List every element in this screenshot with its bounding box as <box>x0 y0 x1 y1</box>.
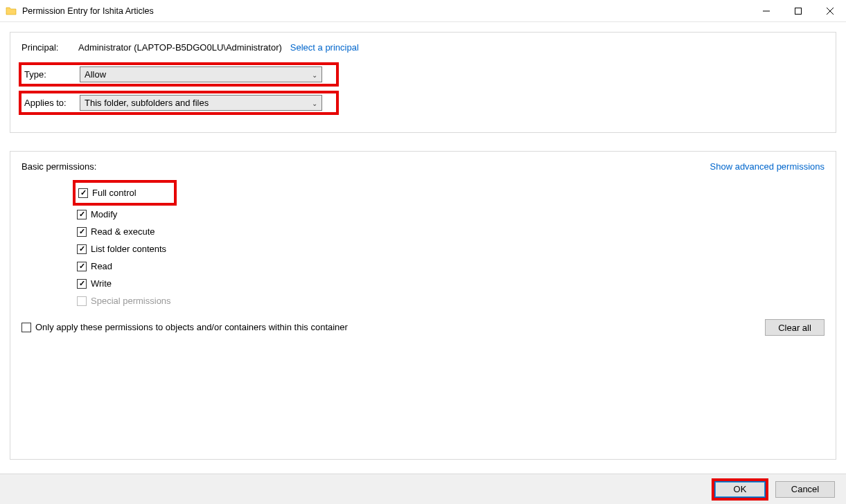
applies-row-highlight: Applies to: This folder, subfolders and … <box>19 91 339 115</box>
permission-checkbox[interactable] <box>77 244 87 254</box>
window-title: Permission Entry for Ishita Articles <box>22 6 750 16</box>
principal-row: Principal: Administrator (LAPTOP-B5DGO0L… <box>21 42 825 53</box>
only-apply-row: Only apply these permissions to objects … <box>21 322 825 332</box>
only-apply-label: Only apply these permissions to objects … <box>35 322 348 332</box>
chevron-down-icon: ⌄ <box>312 99 317 107</box>
select-principal-link[interactable]: Select a principal <box>290 42 359 53</box>
window-controls <box>750 0 846 21</box>
permission-label: Write <box>91 278 112 289</box>
only-apply-checkbox[interactable] <box>21 323 31 332</box>
clear-all-button[interactable]: Clear all <box>765 319 825 336</box>
permissions-group: Basic permissions: Show advanced permiss… <box>10 151 836 460</box>
chevron-down-icon: ⌄ <box>312 71 317 78</box>
permission-item: Special permissions <box>77 292 825 309</box>
permission-item: Write <box>77 275 825 292</box>
permission-checkbox <box>77 296 87 306</box>
permission-highlight: Full control <box>73 180 177 206</box>
type-row-highlight: Type: Allow ⌄ <box>19 62 339 87</box>
basic-permissions-label: Basic permissions: <box>21 161 96 172</box>
permission-label: Read <box>91 261 112 271</box>
permission-item: Full control <box>78 184 136 201</box>
principal-value: Administrator (LAPTOP-B5DGO0LU\Administr… <box>76 42 290 53</box>
titlebar: Permission Entry for Ishita Articles <box>0 0 846 22</box>
permission-label: Special permissions <box>91 296 171 306</box>
permission-label: List folder contents <box>91 244 166 254</box>
applies-label: Applies to: <box>23 98 80 108</box>
principal-group: Principal: Administrator (LAPTOP-B5DGO0L… <box>10 32 836 133</box>
permission-checkbox[interactable] <box>77 262 87 271</box>
permission-checkbox[interactable] <box>77 227 87 237</box>
applies-dropdown[interactable]: This folder, subfolders and files ⌄ <box>80 95 322 111</box>
permission-checkbox[interactable] <box>77 279 87 289</box>
permission-checkbox[interactable] <box>78 188 88 198</box>
permissions-list: Full controlModifyRead & executeList fol… <box>77 180 825 309</box>
type-dropdown[interactable]: Allow ⌄ <box>80 66 322 82</box>
minimize-button[interactable] <box>750 0 782 21</box>
permission-checkbox[interactable] <box>77 210 87 219</box>
permission-item: Read <box>77 258 825 275</box>
show-advanced-link[interactable]: Show advanced permissions <box>710 161 825 172</box>
principal-label: Principal: <box>21 42 76 53</box>
permission-item: Modify <box>77 206 825 223</box>
dialog-footer: OK Cancel <box>0 474 846 504</box>
permission-label: Full control <box>92 188 136 198</box>
svg-rect-0 <box>795 8 802 14</box>
close-button[interactable] <box>814 0 846 21</box>
permission-item: Read & execute <box>77 223 825 240</box>
ok-button[interactable]: OK <box>714 481 766 498</box>
cancel-button[interactable]: Cancel <box>775 481 835 498</box>
type-label: Type: <box>23 69 80 80</box>
permission-item: List folder contents <box>77 240 825 258</box>
maximize-button[interactable] <box>782 0 814 21</box>
applies-dropdown-value: This folder, subfolders and files <box>85 98 209 108</box>
permission-label: Modify <box>91 209 117 219</box>
type-dropdown-value: Allow <box>85 69 106 80</box>
ok-button-highlight: OK <box>712 478 768 501</box>
permission-label: Read & execute <box>91 226 155 237</box>
folder-icon <box>6 6 17 17</box>
